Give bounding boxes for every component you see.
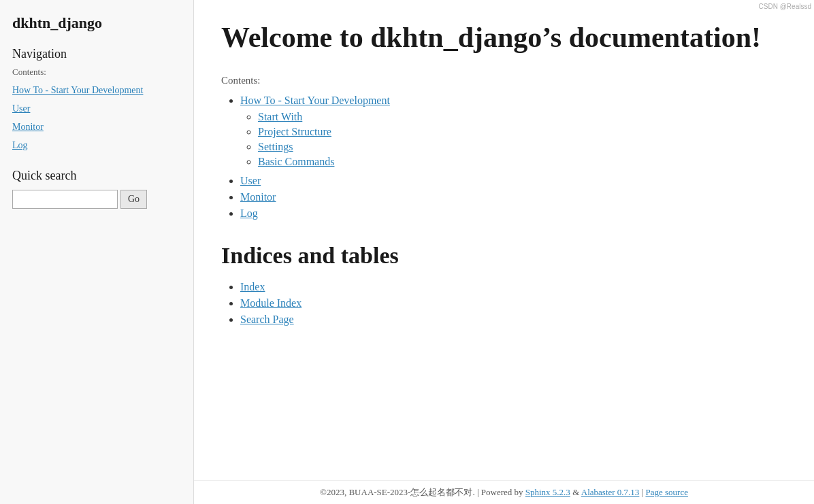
- nav-link-user[interactable]: User: [12, 101, 181, 116]
- idx-item-search-page: Search Page: [240, 314, 787, 326]
- toc-item-user: User: [240, 175, 787, 187]
- footer-ampersand: &: [572, 487, 579, 497]
- page-title: Welcome to dkhtn_django’s documentation!: [221, 20, 787, 54]
- indices-heading: Indices and tables: [221, 243, 787, 269]
- toc-item-settings: Settings: [258, 141, 787, 153]
- toc-item-log: Log: [240, 207, 787, 220]
- sidebar-contents-label: Contents:: [12, 67, 181, 78]
- toc-item-monitor: Monitor: [240, 191, 787, 203]
- toc-link-project-structure[interactable]: Project Structure: [258, 126, 331, 137]
- nav-link-monitor[interactable]: Monitor: [12, 120, 181, 134]
- nav-section-how-to: How To - Start Your Development: [12, 83, 181, 97]
- search-input[interactable]: [12, 190, 118, 209]
- footer-page-source-link[interactable]: Page source: [645, 487, 687, 497]
- footer: ©2023, BUAA-SE-2023-怎么起名都不对. | Powered b…: [194, 480, 814, 504]
- quick-search-heading: Quick search: [12, 169, 181, 183]
- nav-link-log[interactable]: Log: [12, 138, 181, 152]
- watermark: CSDN @Realssd: [759, 3, 811, 10]
- search-row: Go: [12, 190, 181, 209]
- toc-link-log[interactable]: Log: [240, 207, 258, 219]
- nav-section-user: User: [12, 101, 181, 116]
- toc-list: How To - Start Your Development Start Wi…: [221, 95, 787, 220]
- toc-item-how-to: How To - Start Your Development Start Wi…: [240, 95, 787, 168]
- site-title[interactable]: dkhtn_django: [12, 14, 181, 33]
- footer-sphinx-link[interactable]: Sphinx 5.2.3: [525, 487, 570, 497]
- toc-link-how-to[interactable]: How To - Start Your Development: [240, 95, 390, 106]
- sidebar: dkhtn_django Navigation Contents: How To…: [0, 0, 194, 504]
- indices-list: Index Module Index Search Page: [221, 281, 787, 326]
- footer-alabaster-link[interactable]: Alabaster 0.7.13: [581, 487, 640, 497]
- toc-link-start-with[interactable]: Start With: [258, 111, 302, 122]
- footer-text: ©2023, BUAA-SE-2023-怎么起名都不对. | Powered b…: [320, 487, 523, 497]
- watermark-text: CSDN @Realssd: [759, 3, 811, 10]
- nav-section-log: Log: [12, 138, 181, 152]
- nav-link-how-to[interactable]: How To - Start Your Development: [12, 83, 181, 97]
- navigation-heading: Navigation: [12, 47, 181, 61]
- idx-item-module-index: Module Index: [240, 297, 787, 309]
- toc-item-basic-commands: Basic Commands: [258, 156, 787, 168]
- toc-item-project-structure: Project Structure: [258, 126, 787, 138]
- main-contents-label: Contents:: [221, 75, 787, 86]
- toc-sublist-how-to: Start With Project Structure Settings Ba…: [240, 111, 787, 168]
- toc-link-user[interactable]: User: [240, 175, 261, 186]
- search-go-button[interactable]: Go: [120, 190, 147, 209]
- toc-link-settings[interactable]: Settings: [258, 141, 293, 152]
- idx-link-index[interactable]: Index: [240, 281, 265, 292]
- idx-item-index: Index: [240, 281, 787, 293]
- idx-link-search-page[interactable]: Search Page: [240, 314, 294, 325]
- idx-link-module-index[interactable]: Module Index: [240, 297, 302, 309]
- toc-link-monitor[interactable]: Monitor: [240, 191, 276, 203]
- toc-item-start-with: Start With: [258, 111, 787, 123]
- nav-section-monitor: Monitor: [12, 120, 181, 134]
- toc-link-basic-commands[interactable]: Basic Commands: [258, 156, 334, 167]
- main-content: Welcome to dkhtn_django’s documentation!…: [194, 0, 814, 504]
- footer-separator: |: [642, 487, 644, 497]
